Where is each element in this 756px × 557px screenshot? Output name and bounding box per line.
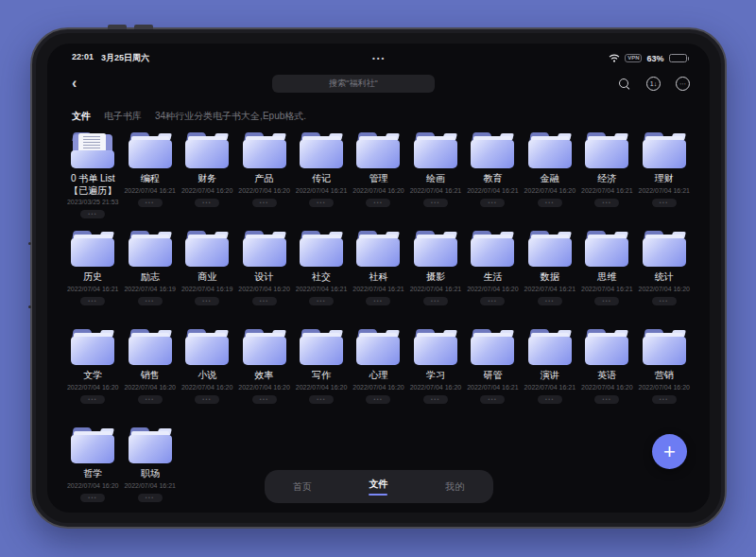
folder-item[interactable]: 编程 2022/07/04 16:21 ••• (121, 132, 178, 231)
folder-item[interactable]: 经济 2022/07/04 16:21 ••• (578, 132, 635, 231)
folder-more-button[interactable]: ••• (594, 199, 619, 207)
folder-icon (128, 231, 173, 267)
folder-date: 2022/07/04 16:20 (238, 384, 290, 391)
folder-item[interactable]: 生活 2022/07/04 16:20 ••• (464, 231, 521, 329)
folder-item[interactable]: 金融 2022/07/04 16:20 ••• (522, 132, 578, 231)
folder-more-button[interactable]: ••• (309, 199, 334, 207)
folder-item[interactable]: 效率 2022/07/04 16:20 ••• (235, 329, 292, 427)
folder-name: 统计 (655, 271, 674, 284)
folder-item[interactable]: 摄影 2022/07/04 16:21 ••• (407, 231, 464, 329)
folder-more-button[interactable]: ••• (252, 297, 277, 305)
folder-item[interactable]: 研管 2022/07/04 16:21 ••• (464, 329, 521, 427)
folder-item[interactable]: 小说 2022/07/04 16:20 ••• (179, 329, 235, 427)
wifi-icon (609, 54, 620, 62)
folder-more-button[interactable]: ••• (309, 297, 334, 305)
folder-item[interactable]: 思维 2022/07/04 16:21 ••• (578, 231, 635, 329)
folder-more-button[interactable]: ••• (423, 199, 448, 207)
folder-more-button[interactable]: ••• (195, 297, 219, 305)
folder-icon (128, 427, 173, 463)
folder-more-button[interactable]: ••• (80, 210, 105, 218)
folder-more-button[interactable]: ••• (138, 199, 163, 207)
folder-more-button[interactable]: ••• (480, 199, 505, 207)
tab-home[interactable]: 首页 (293, 480, 312, 494)
folder-item[interactable]: 职场 2022/07/04 16:21 ••• (121, 427, 178, 513)
folder-item[interactable]: 设计 2022/07/04 16:20 ••• (235, 231, 292, 329)
folder-item[interactable]: 销售 2022/07/04 16:20 ••• (121, 329, 178, 427)
folder-item[interactable]: 传记 2022/07/04 16:21 ••• (293, 132, 350, 231)
folder-more-button[interactable]: ••• (195, 395, 219, 404)
folder-item[interactable]: 财务 2022/07/04 16:20 ••• (179, 132, 235, 231)
folder-more-button[interactable]: ••• (366, 395, 390, 404)
sort-icon[interactable]: 1↓ (645, 76, 662, 92)
folder-more-button[interactable]: ••• (138, 297, 163, 305)
folder-more-button[interactable]: ••• (480, 395, 505, 404)
folder-item[interactable]: 心理 2022/07/04 16:20 ••• (350, 329, 406, 427)
folder-item[interactable]: 写作 2022/07/04 16:20 ••• (293, 329, 350, 427)
folder-item[interactable]: 绘画 2022/07/04 16:21 ••• (407, 132, 464, 231)
folder-more-button[interactable]: ••• (80, 297, 105, 305)
folder-more-button[interactable]: ••• (538, 395, 562, 404)
ipad-device-frame: 22:01 3月25日周六 ••• VPN 63% ‹ (30, 27, 727, 529)
folder-more-button[interactable]: ••• (538, 297, 562, 305)
folder-more-button[interactable]: ••• (138, 395, 163, 404)
search-icon[interactable] (616, 76, 632, 92)
folder-more-button[interactable]: ••• (594, 297, 619, 305)
folder-grid: 0 书单 List 【已遍历】 2023/03/25 21:53 ••• 编程 … (64, 132, 693, 513)
folder-item[interactable]: 励志 2022/07/04 16:19 ••• (121, 231, 178, 329)
folder-icon (355, 231, 401, 267)
folder-name: 社科 (369, 271, 387, 284)
folder-name: 数据 (541, 271, 559, 284)
folder-item[interactable]: 教育 2022/07/04 16:21 ••• (464, 132, 521, 231)
folder-item[interactable]: 商业 2022/07/04 16:19 ••• (179, 231, 235, 329)
folder-name: 教育 (483, 173, 502, 185)
tab-files[interactable]: 文件 (369, 478, 387, 496)
folder-item[interactable]: 0 书单 List 【已遍历】 2023/03/25 21:53 ••• (64, 132, 121, 231)
folder-item[interactable]: 营销 2022/07/04 16:20 ••• (636, 329, 693, 427)
folder-more-button[interactable]: ••• (652, 199, 677, 207)
folder-item[interactable]: 历史 2022/07/04 16:21 ••• (64, 231, 121, 329)
folder-item[interactable]: 哲学 2022/07/04 16:20 ••• (64, 427, 121, 513)
folder-item[interactable]: 演讲 2022/07/04 16:21 ••• (522, 329, 578, 427)
folder-more-button[interactable]: ••• (652, 297, 677, 305)
folder-item[interactable]: 管理 2022/07/04 16:20 ••• (350, 132, 406, 231)
folder-icon (527, 329, 573, 365)
folder-item[interactable]: 理财 2022/07/04 16:21 ••• (636, 132, 693, 231)
folder-date: 2022/07/04 16:21 (352, 286, 404, 292)
folder-more-button[interactable]: ••• (480, 297, 505, 305)
folder-more-button[interactable]: ••• (538, 199, 562, 207)
folder-more-button[interactable]: ••• (80, 494, 105, 502)
folder-more-button[interactable]: ••• (366, 297, 390, 305)
folder-more-button[interactable]: ••• (252, 395, 277, 404)
folder-more-button[interactable]: ••• (423, 395, 448, 404)
folder-icon (184, 132, 230, 168)
folder-more-button[interactable]: ••• (366, 199, 390, 207)
folder-item[interactable]: 学习 2022/07/04 16:20 ••• (407, 329, 464, 427)
folder-date: 2022/07/04 16:21 (581, 286, 633, 292)
folder-item[interactable]: 社交 2022/07/04 16:21 ••• (293, 231, 350, 329)
folder-item[interactable]: 数据 2022/07/04 16:21 ••• (522, 231, 578, 329)
folder-icon (584, 231, 629, 267)
folder-item[interactable]: 统计 2022/07/04 16:20 ••• (636, 231, 693, 329)
folder-more-button[interactable]: ••• (80, 395, 105, 404)
folder-more-button[interactable]: ••• (138, 494, 163, 502)
folder-more-button[interactable]: ••• (652, 395, 677, 404)
folder-date: 2022/07/04 16:21 (524, 286, 576, 292)
folder-item[interactable]: 社科 2022/07/04 16:21 ••• (350, 231, 406, 329)
folder-more-button[interactable]: ••• (423, 297, 448, 305)
more-options-icon[interactable]: ⋯ (675, 76, 691, 92)
folder-more-button[interactable]: ••• (594, 395, 619, 404)
folder-icon (527, 231, 573, 267)
folder-more-button[interactable]: ••• (309, 395, 334, 404)
add-button[interactable]: + (652, 434, 687, 469)
folder-item[interactable]: 英语 2022/07/04 16:20 ••• (578, 329, 635, 427)
search-input[interactable]: 搜索"福利社" (272, 75, 435, 93)
breadcrumb-library[interactable]: 电子书库 (104, 110, 142, 123)
folder-more-button[interactable]: ••• (195, 199, 219, 207)
multitask-dots-icon: ••• (149, 54, 609, 62)
breadcrumb-root[interactable]: 文件 (72, 110, 91, 123)
back-button[interactable]: ‹ (72, 75, 91, 92)
folder-more-button[interactable]: ••• (252, 199, 277, 207)
folder-item[interactable]: 文学 2022/07/04 16:20 ••• (64, 329, 121, 427)
tab-mine[interactable]: 我的 (445, 480, 464, 494)
folder-item[interactable]: 产品 2022/07/04 16:20 ••• (235, 132, 292, 231)
